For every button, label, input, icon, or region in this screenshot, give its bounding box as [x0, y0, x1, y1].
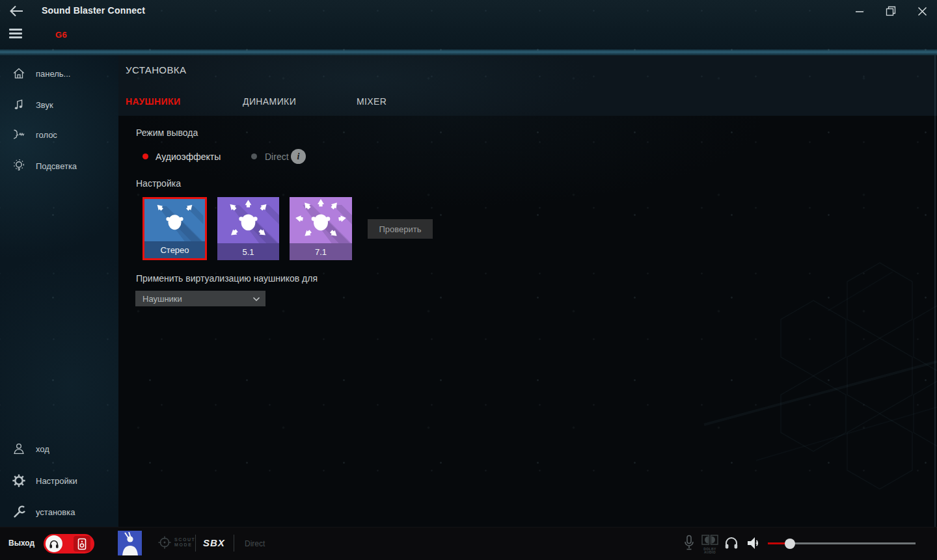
page-title: УСТАНОВКА: [126, 64, 186, 75]
headphones-output-icon[interactable]: [724, 535, 739, 553]
scout-mode-label: SCOUT MODE: [174, 537, 204, 548]
sidebar-item-label: панель...: [36, 69, 70, 79]
output-mode-label: Режим вывода: [136, 127, 198, 138]
restore-button[interactable]: [881, 3, 901, 20]
lightbulb-icon: [11, 158, 27, 174]
restore-icon: [886, 6, 896, 16]
virtualization-label: Применить виртуализацию наушников для: [136, 273, 318, 284]
minimize-button[interactable]: [850, 3, 869, 20]
crosshair-icon: [157, 535, 172, 550]
divider: [195, 535, 196, 552]
radio-audio-effects-label[interactable]: Аудиоэффекты: [156, 152, 221, 162]
sidebar-item-label: Настройки: [36, 476, 77, 486]
direct-mode-indicator[interactable]: Direct: [245, 539, 265, 548]
test-button[interactable]: Проверить: [368, 219, 433, 239]
output-device-toggle[interactable]: [44, 534, 94, 553]
menu-button[interactable]: [9, 29, 22, 39]
window-title: Sound Blaster Connect: [42, 5, 145, 16]
person-icon: [11, 441, 27, 457]
tile-label: 7.1: [290, 243, 352, 260]
back-arrow-icon: [8, 3, 25, 19]
sidebar-item-lighting[interactable]: Подсветка: [0, 156, 118, 176]
wrench-icon: [11, 504, 27, 520]
scout-mode-indicator[interactable]: SCOUT MODE: [157, 535, 204, 550]
sidebar-item-label: ход: [36, 444, 49, 454]
tab-headphones[interactable]: НАУШНИКИ: [126, 96, 180, 107]
tab-speakers[interactable]: ДИНАМИКИ: [243, 96, 296, 107]
radio-audio-effects[interactable]: [143, 153, 148, 159]
info-icon[interactable]: i: [291, 149, 306, 164]
header-divider-strip: [0, 49, 937, 55]
headphones-icon: [46, 535, 62, 552]
configuration-label: Настройка: [136, 178, 181, 189]
speaker-config-tile[interactable]: 5.1: [217, 197, 279, 260]
sidebar-item-sound[interactable]: Звук: [0, 95, 118, 114]
gear-icon: [11, 473, 27, 488]
dolby-audio-label: DOLBY AUDIO: [700, 548, 720, 554]
close-button[interactable]: [912, 3, 932, 20]
volume-icon[interactable]: [746, 535, 763, 554]
home-icon: [11, 66, 27, 81]
stereo-diagram-icon: [144, 199, 205, 241]
content-area: [118, 116, 937, 527]
surround-51-diagram-icon: [217, 197, 279, 243]
sidebar-item-voice[interactable]: голос: [0, 125, 118, 144]
dropdown-value: Наушники: [143, 294, 252, 304]
volume-slider[interactable]: [768, 538, 916, 549]
speaker-config-tile[interactable]: Стерео: [143, 197, 207, 260]
sidebar-item-setup[interactable]: установка: [0, 502, 118, 522]
sidebar-item-label: Подсветка: [36, 161, 77, 171]
sbx-mode-indicator[interactable]: SBX: [203, 537, 225, 548]
divider: [234, 535, 234, 552]
back-button[interactable]: [8, 3, 25, 19]
page-header: [118, 55, 937, 116]
music-note-icon: [11, 97, 27, 113]
scout-avatar[interactable]: [118, 531, 142, 555]
sidebar-item-label: голос: [36, 130, 57, 140]
right-edge-highlight: [934, 55, 936, 527]
app-window: Sound Blaster Connect G6 панель... Звук: [0, 0, 937, 560]
minimize-icon: [855, 7, 864, 16]
close-icon: [917, 7, 927, 16]
surround-71-diagram-icon: [290, 197, 352, 243]
character-silhouette-icon: [118, 532, 142, 555]
microphone-icon[interactable]: [684, 535, 694, 554]
virtualization-dropdown[interactable]: Наушники: [135, 291, 265, 306]
exit-button[interactable]: Выход: [8, 539, 34, 548]
volume-thumb[interactable]: [785, 539, 795, 549]
speaker-cabinet-icon: [74, 536, 90, 552]
dolby-audio-logo[interactable]: DOLBY AUDIO: [700, 535, 720, 554]
speaker-config-tile[interactable]: 7.1: [290, 197, 352, 260]
sidebar-item-profile[interactable]: ход: [0, 439, 118, 459]
tile-label: 5.1: [217, 243, 279, 260]
radio-direct[interactable]: [251, 153, 257, 159]
tile-label: Стерео: [144, 241, 205, 258]
tab-mixer[interactable]: MIXER: [357, 96, 387, 107]
sidebar-item-label: установка: [36, 507, 75, 517]
device-name[interactable]: G6: [55, 30, 67, 40]
sidebar-item-label: Звук: [36, 100, 53, 110]
sidebar-item-settings[interactable]: Настройки: [0, 471, 118, 490]
radio-direct-label[interactable]: Direct: [265, 152, 289, 162]
sidebar-item-dashboard[interactable]: панель...: [0, 64, 118, 83]
chevron-down-icon: [252, 293, 260, 304]
voice-icon: [11, 127, 27, 142]
